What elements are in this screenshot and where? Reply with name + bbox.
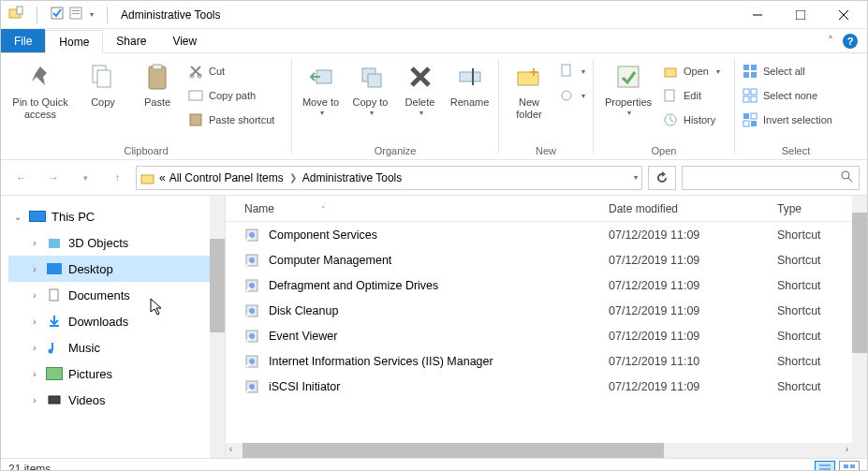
paste-icon — [141, 61, 173, 93]
recent-locations-button[interactable]: ▾ — [72, 165, 98, 191]
forward-button[interactable]: → — [40, 165, 66, 191]
expand-toggle[interactable]: › — [29, 343, 40, 353]
select-all-button[interactable]: Select all — [741, 61, 834, 81]
list-scroll-thumb-v[interactable] — [852, 213, 867, 353]
videos-icon — [46, 391, 63, 408]
edit-button[interactable]: Edit — [661, 85, 722, 106]
group-new-label: New — [505, 143, 587, 157]
checkbox-icon[interactable] — [51, 7, 64, 22]
open-icon — [663, 64, 678, 79]
shortcut-icon — [244, 253, 259, 268]
file-row[interactable]: Defragment and Optimize Drives07/12/2019… — [244, 272, 852, 298]
copy-to-button[interactable]: Copy to▾ — [347, 57, 393, 118]
file-date: 07/12/2019 11:09 — [609, 380, 777, 393]
col-date[interactable]: Date modified — [609, 202, 777, 215]
address-history-button[interactable]: ▾ — [634, 173, 638, 182]
tree-videos[interactable]: ›Videos — [8, 387, 225, 413]
help-button[interactable]: ? — [839, 30, 861, 52]
nav-scroll-thumb[interactable] — [210, 239, 225, 332]
tree-3d-objects[interactable]: ›3D Objects — [8, 229, 225, 256]
file-row[interactable]: Component Services07/12/2019 11:09Shortc… — [244, 222, 852, 247]
qat-overflow-icon[interactable] — [69, 7, 82, 22]
large-icons-view-button[interactable] — [839, 461, 860, 472]
rename-button[interactable]: Rename — [447, 57, 493, 109]
expand-toggle[interactable]: › — [29, 290, 40, 301]
svg-point-43 — [842, 171, 849, 179]
svg-rect-7 — [796, 10, 805, 20]
ribbon-collapse-icon[interactable]: ˄ — [828, 35, 833, 48]
tab-share[interactable]: Share — [103, 29, 159, 52]
tab-view[interactable]: View — [159, 29, 210, 52]
file-type: Shortcut — [777, 304, 852, 317]
paste-button[interactable]: Paste — [132, 57, 183, 109]
tab-file[interactable]: File — [1, 29, 45, 52]
col-type[interactable]: Type — [777, 202, 852, 215]
tree-downloads[interactable]: ›Downloads — [8, 308, 225, 334]
svg-rect-27 — [665, 68, 676, 77]
file-row[interactable]: Computer Management07/12/2019 11:09Short… — [244, 247, 852, 272]
svg-rect-37 — [751, 96, 757, 102]
search-input[interactable] — [682, 166, 860, 190]
tree-desktop[interactable]: ›Desktop — [8, 256, 225, 282]
open-button[interactable]: Open▾ — [661, 61, 722, 81]
tree-music[interactable]: ›Music — [8, 334, 225, 361]
column-headers: Name˄ Date modified Type — [226, 196, 867, 222]
documents-icon — [46, 287, 63, 303]
history-button[interactable]: History — [661, 110, 722, 130]
minimize-button[interactable] — [736, 1, 779, 29]
folder-props-icon[interactable] — [8, 6, 23, 23]
file-row[interactable]: iSCSI Initiator07/12/2019 11:09Shortcut — [244, 374, 852, 399]
expand-toggle[interactable]: ⌄ — [12, 212, 23, 222]
new-folder-button[interactable]: New folder — [505, 57, 553, 121]
tree-pictures[interactable]: ›Pictures — [8, 361, 225, 387]
qat-caret-icon[interactable]: ▾ — [90, 10, 94, 19]
copy-path-button[interactable]: Copy path — [186, 85, 276, 106]
expand-toggle[interactable]: › — [29, 264, 40, 274]
svg-rect-24 — [562, 65, 570, 76]
properties-icon — [612, 61, 644, 93]
new-folder-icon — [513, 61, 545, 93]
file-date: 07/12/2019 11:09 — [609, 228, 777, 242]
svg-rect-13 — [153, 65, 162, 69]
chevron-right-icon[interactable]: ❯ — [287, 172, 299, 183]
pin-quick-access-button[interactable]: Pin to Quick access — [7, 57, 74, 121]
up-button[interactable]: ↑ — [104, 165, 130, 191]
tab-home[interactable]: Home — [45, 30, 103, 53]
paste-shortcut-button[interactable]: Paste shortcut — [186, 110, 276, 130]
file-row[interactable]: Disk Cleanup07/12/2019 11:09Shortcut — [244, 298, 852, 323]
col-name[interactable]: Name˄ — [244, 202, 609, 215]
address-bar[interactable]: « All Control Panel Items ❯ Administrati… — [136, 166, 642, 190]
properties-button[interactable]: Properties▾ — [599, 57, 657, 118]
expand-toggle[interactable]: › — [29, 369, 40, 379]
copy-button[interactable]: Copy — [78, 57, 128, 109]
back-button[interactable]: ← — [8, 165, 35, 191]
maximize-button[interactable] — [779, 1, 822, 29]
expand-toggle[interactable]: › — [29, 238, 40, 248]
svg-rect-26 — [618, 66, 639, 87]
file-name: Computer Management — [269, 254, 609, 267]
select-none-button[interactable]: Select none — [741, 85, 834, 106]
details-view-button[interactable] — [815, 461, 835, 472]
cut-button[interactable]: Cut — [186, 61, 276, 81]
tree-this-pc[interactable]: ⌄ This PC — [8, 203, 225, 229]
file-row[interactable]: Event Viewer07/12/2019 11:09Shortcut — [244, 323, 852, 348]
move-to-button[interactable]: Move to▾ — [298, 57, 344, 118]
expand-toggle[interactable]: › — [29, 395, 40, 405]
breadcrumb-parent[interactable]: All Control Panel Items — [169, 171, 284, 184]
expand-toggle[interactable]: › — [29, 316, 40, 327]
new-item-button[interactable]: ▾ — [557, 61, 587, 81]
navigation-pane: ⌄ This PC ›3D Objects ›Desktop ›Document… — [1, 196, 226, 458]
file-row[interactable]: Internet Information Services (IIS) Mana… — [244, 348, 852, 374]
easy-access-button[interactable]: ▾ — [557, 85, 587, 106]
file-date: 07/12/2019 11:09 — [609, 304, 777, 317]
invert-selection-button[interactable]: Invert selection — [741, 110, 834, 130]
breadcrumb-current[interactable]: Administrative Tools — [302, 171, 403, 184]
list-scroll-thumb-h[interactable] — [243, 443, 664, 458]
file-name: Disk Cleanup — [269, 304, 609, 317]
breadcrumb-overflow[interactable]: « — [159, 171, 166, 184]
history-icon — [663, 112, 678, 127]
close-button[interactable] — [822, 1, 865, 29]
tree-documents[interactable]: ›Documents — [8, 282, 225, 308]
delete-button[interactable]: Delete▾ — [397, 57, 443, 118]
refresh-button[interactable] — [648, 166, 676, 190]
